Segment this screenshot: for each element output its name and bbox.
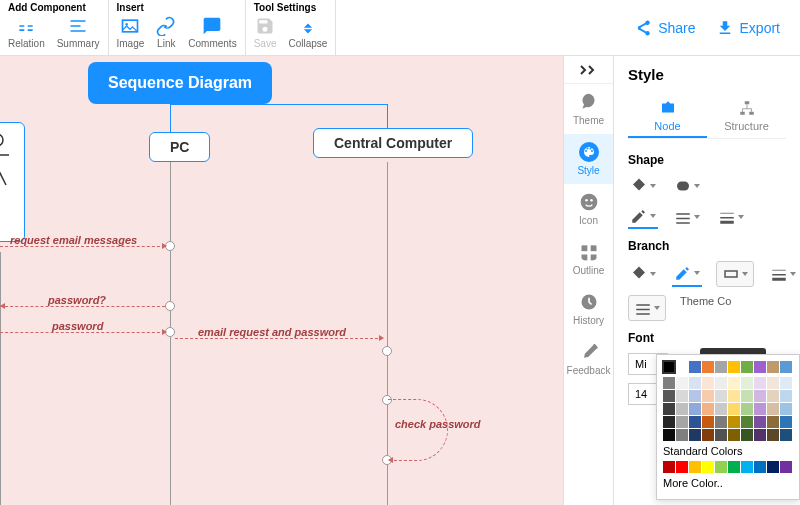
tab-structure[interactable]: Structure bbox=[707, 95, 786, 138]
color-swatch[interactable] bbox=[663, 429, 675, 441]
color-swatch[interactable] bbox=[702, 390, 714, 402]
sidebar-item-feedback[interactable]: Feedback bbox=[564, 334, 614, 384]
color-swatch[interactable] bbox=[663, 390, 675, 402]
color-swatch[interactable] bbox=[728, 403, 740, 415]
color-swatch[interactable] bbox=[767, 390, 779, 402]
diagram-title[interactable]: Sequence Diagram bbox=[88, 62, 272, 104]
color-swatch[interactable] bbox=[767, 461, 779, 473]
color-swatch[interactable] bbox=[676, 461, 688, 473]
color-swatch[interactable] bbox=[702, 461, 714, 473]
color-swatch[interactable] bbox=[702, 361, 714, 373]
color-swatch[interactable] bbox=[689, 403, 701, 415]
color-swatch[interactable] bbox=[767, 377, 779, 389]
color-swatch[interactable] bbox=[741, 361, 753, 373]
color-swatch[interactable] bbox=[728, 429, 740, 441]
color-swatch[interactable] bbox=[715, 390, 727, 402]
color-swatch[interactable] bbox=[702, 416, 714, 428]
color-swatch[interactable] bbox=[689, 377, 701, 389]
sidebar-item-icon[interactable]: Icon bbox=[564, 184, 614, 234]
pc-node[interactable]: PC bbox=[149, 132, 210, 162]
color-swatch[interactable] bbox=[663, 377, 675, 389]
color-swatch[interactable] bbox=[754, 361, 766, 373]
save-button[interactable]: Save bbox=[254, 16, 277, 49]
color-swatch[interactable] bbox=[741, 390, 753, 402]
comments-button[interactable]: Comments bbox=[188, 16, 236, 49]
color-swatch[interactable] bbox=[767, 429, 779, 441]
branch-style-button[interactable] bbox=[628, 295, 666, 321]
message-line[interactable] bbox=[175, 338, 383, 339]
tab-node[interactable]: Node bbox=[628, 95, 707, 138]
color-swatch[interactable] bbox=[741, 416, 753, 428]
sidebar-item-outline[interactable]: Outline bbox=[564, 234, 614, 284]
color-swatch[interactable] bbox=[702, 403, 714, 415]
message-label[interactable]: email request and password bbox=[198, 326, 346, 338]
color-swatch[interactable] bbox=[728, 390, 740, 402]
color-swatch[interactable] bbox=[728, 361, 740, 373]
summary-button[interactable]: Summary bbox=[57, 16, 100, 49]
color-swatch[interactable] bbox=[676, 403, 688, 415]
color-swatch[interactable] bbox=[741, 403, 753, 415]
more-color-button[interactable]: More Color.. bbox=[663, 477, 793, 489]
color-swatch[interactable] bbox=[663, 416, 675, 428]
color-swatch[interactable] bbox=[689, 361, 701, 373]
color-swatch[interactable] bbox=[780, 390, 792, 402]
color-swatch[interactable] bbox=[741, 429, 753, 441]
color-swatch[interactable] bbox=[676, 429, 688, 441]
color-swatch[interactable] bbox=[780, 461, 792, 473]
color-swatch[interactable] bbox=[715, 416, 727, 428]
image-button[interactable]: Image bbox=[117, 16, 145, 49]
message-label[interactable]: check password bbox=[395, 418, 481, 430]
color-swatch[interactable] bbox=[689, 390, 701, 402]
cc-node[interactable]: Central Computer bbox=[313, 128, 473, 158]
color-swatch[interactable] bbox=[676, 377, 688, 389]
sidebar-item-history[interactable]: History bbox=[564, 284, 614, 334]
message-line[interactable] bbox=[0, 246, 165, 247]
branch-fill-button[interactable] bbox=[628, 261, 658, 287]
color-swatch[interactable] bbox=[754, 377, 766, 389]
branch-width-button[interactable] bbox=[768, 261, 798, 287]
message-line[interactable] bbox=[0, 332, 165, 333]
sidebar-collapse-button[interactable] bbox=[564, 56, 613, 84]
activation-handle[interactable] bbox=[165, 301, 175, 311]
export-button[interactable]: Export bbox=[716, 19, 780, 37]
color-swatch[interactable] bbox=[689, 429, 701, 441]
color-swatch[interactable] bbox=[676, 361, 688, 373]
color-swatch[interactable] bbox=[715, 361, 727, 373]
border-style-button[interactable] bbox=[672, 205, 702, 229]
color-swatch[interactable] bbox=[780, 361, 792, 373]
color-swatch[interactable] bbox=[715, 377, 727, 389]
color-swatch[interactable] bbox=[780, 403, 792, 415]
branch-pen-button[interactable] bbox=[672, 261, 702, 287]
message-line[interactable] bbox=[0, 306, 165, 307]
border-width-button[interactable] bbox=[716, 205, 746, 229]
color-swatch[interactable] bbox=[702, 429, 714, 441]
message-label[interactable]: password? bbox=[48, 294, 106, 306]
link-button[interactable]: Link bbox=[156, 16, 176, 49]
color-swatch[interactable] bbox=[780, 429, 792, 441]
color-swatch[interactable] bbox=[767, 403, 779, 415]
color-swatch[interactable] bbox=[689, 416, 701, 428]
color-swatch[interactable] bbox=[663, 461, 675, 473]
border-color-button[interactable] bbox=[628, 205, 658, 229]
message-label[interactable]: password bbox=[52, 320, 103, 332]
relation-button[interactable]: Relation bbox=[8, 16, 45, 49]
color-swatch[interactable] bbox=[728, 461, 740, 473]
color-swatch[interactable] bbox=[702, 377, 714, 389]
color-swatch[interactable] bbox=[676, 416, 688, 428]
color-swatch[interactable] bbox=[754, 461, 766, 473]
color-swatch[interactable] bbox=[780, 416, 792, 428]
color-swatch[interactable] bbox=[767, 416, 779, 428]
share-button[interactable]: Share bbox=[634, 19, 695, 37]
color-swatch[interactable] bbox=[754, 390, 766, 402]
shape-type-button[interactable] bbox=[672, 175, 702, 197]
collapse-button[interactable]: Collapse bbox=[288, 16, 327, 49]
color-swatch[interactable] bbox=[715, 403, 727, 415]
self-message-loop[interactable] bbox=[388, 399, 448, 461]
color-swatch[interactable] bbox=[715, 429, 727, 441]
activation-handle[interactable] bbox=[382, 346, 392, 356]
color-swatch[interactable] bbox=[754, 403, 766, 415]
sidebar-item-style[interactable]: Style bbox=[564, 134, 614, 184]
sidebar-item-theme[interactable]: Theme bbox=[564, 84, 614, 134]
color-swatch[interactable] bbox=[754, 429, 766, 441]
user-node[interactable] bbox=[0, 122, 25, 242]
